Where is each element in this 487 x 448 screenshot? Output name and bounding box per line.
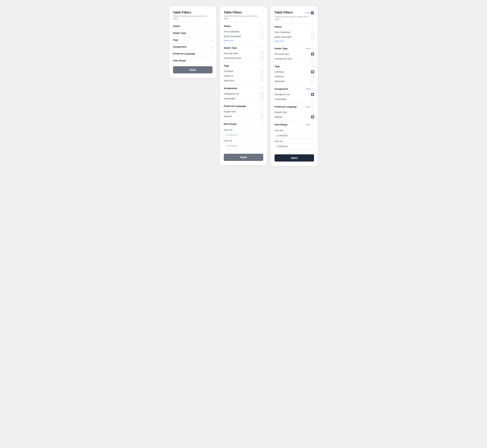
section-dealer-type-label: Dealer Type [274,47,288,50]
checkbox-call-back[interactable] [260,70,263,73]
checkbox-english-only[interactable] [260,110,263,113]
preferred-language-clear-link[interactable]: Clear [306,105,311,108]
checkbox-quote-generated[interactable] [311,36,314,38]
section-dealer-type-collapsed: Dealer Type ⌄ [173,29,213,36]
checkbox-english-only[interactable] [311,111,314,114]
chevron-up-icon: ⌃ [261,64,263,67]
list-item: Personal Lines [274,52,314,56]
date-end-label: Date end [224,139,263,142]
section-date-range-label: Date Range [173,59,186,62]
list-item: Commerical Lines [274,56,314,61]
apply-button[interactable]: Apply [173,66,213,73]
checkbox-commercial-lines[interactable] [260,57,263,59]
section-dealer-type-label: Dealer Type [173,32,186,34]
section-date-range-body: Date start Date end [274,129,314,152]
checkbox-spanish[interactable] [260,115,263,118]
date-start-input[interactable] [224,132,263,138]
chevron-up-icon: ⌃ [312,65,314,68]
checkbox-form-submitted[interactable] [311,31,314,34]
section-dealer-type-header[interactable]: Dealer Type Clear ⌃ [274,45,314,52]
section-date-range-header[interactable]: Date Range ⌄ [173,57,213,64]
chevron-up-icon: ⌃ [312,88,314,90]
filter-count-badge: 7 [311,11,314,15]
section-status-header[interactable]: Status ⌄ [173,23,213,29]
list-item: English Only [274,110,314,115]
checkbox-quote-generated[interactable] [260,35,263,38]
section-tags-header[interactable]: Tags ⌄ [173,36,213,43]
view-more-link[interactable]: View more [224,39,263,42]
view-more-link[interactable]: View more [274,40,314,42]
checkbox-unassigned[interactable] [311,98,314,101]
section-status-header[interactable]: Status ⌃ [224,23,263,29]
checkbox-assigned-to-me[interactable] [311,93,314,96]
section-assignment-label: Assignment [224,87,237,89]
section-dealer-type-header[interactable]: Dealer Type ⌄ [173,29,213,36]
panel-3: Table Filters Clear 7 Select the filters… [271,6,318,166]
panel-2: Table Filters Select the filters that yo… [220,6,267,165]
dealer-type-clear-link[interactable]: Clear [306,47,311,50]
list-item: Call Back [224,69,263,73]
section-assignment-header[interactable]: Assignment ⌃ [224,85,263,91]
section-assignment-collapsed: Assignment ⌄ [173,43,213,50]
section-preferred-language-header[interactable]: Preferred Language Clear ⌃ [274,103,314,110]
checkbox-personal-lines[interactable] [260,52,263,55]
checkbox-call-back[interactable] [311,71,314,73]
panel-3-title: Table Filters [274,11,293,14]
section-preferred-language-header[interactable]: Preferred Language ⌃ [224,103,263,109]
section-status-label: Status [224,25,231,27]
checkbox-commercial-lines[interactable] [311,57,314,60]
panel-3-header: Table Filters Clear 7 Select the filters… [274,11,314,20]
section-tags-collapsed: Tags ⌄ [173,36,213,43]
checkbox-follow-up[interactable] [260,74,263,77]
checkbox-need-docs[interactable] [260,79,263,82]
section-tags-header[interactable]: Tags ⌃ [274,63,314,70]
list-item: Need docs [274,79,314,84]
section-assignment-body: Assinged to me Unassinged [274,92,314,103]
section-preferred-language-header[interactable]: Preferred Language ⌄ [173,50,213,57]
section-assignment-header[interactable]: Assignment Clear ⌃ [274,85,314,92]
section-status-header[interactable]: Status ⌃ [274,23,314,30]
list-item: English Only [224,109,263,114]
checkbox-need-docs[interactable] [311,80,314,83]
section-date-range-label: Date Range [274,123,288,126]
section-tags-label: Tags [173,39,178,41]
date-end-input[interactable] [224,143,263,149]
panel-1-title: Table Filters [173,11,213,14]
section-status-body: Form Submitted Quote Generated View more [224,29,263,44]
apply-button[interactable]: Apply [224,154,263,161]
checkbox-form-submitted[interactable] [260,30,263,33]
section-tags-header[interactable]: Tags ⌃ [224,62,263,69]
section-dealer-type: Dealer Type Clear ⌃ Personal Lines Comme… [274,45,314,63]
section-tags-body: Call Back Follow up Need docs [224,69,263,85]
checkbox-assigned-to-me[interactable] [260,92,263,95]
section-date-range: Date Range Clear ⌃ Date start Date end [274,121,314,152]
checkbox-personal-lines[interactable] [311,53,314,56]
chevron-up-icon: ⌃ [261,47,263,49]
checkbox-unassigned[interactable] [260,97,263,100]
chevron-up-icon: ⌃ [312,47,314,50]
list-item: Form Submitted [274,30,314,35]
chevron-down-icon: ⌄ [211,59,213,62]
section-dealer-type-header[interactable]: Dealer Type ⌃ [224,44,263,51]
list-item: Spanish [224,114,263,119]
date-start-input[interactable] [274,133,314,138]
date-range-clear-link[interactable]: Clear [306,123,311,126]
global-clear-link[interactable]: Clear [305,12,310,14]
section-preferred-language-body: English Only Spanish [274,110,314,121]
apply-button[interactable]: Apply [274,154,314,161]
section-assignment-header[interactable]: Assignment ⌄ [173,43,213,50]
date-end-input[interactable] [274,143,314,149]
section-preferred-language: Preferred Language ⌃ English Only Spanis… [224,102,263,120]
panel-1-header: Table Filters Select the filters that yo… [173,11,213,20]
section-assignment: Assignment ⌃ Assinged to me Unassinged [224,85,263,102]
date-end-label: Date end [274,140,314,143]
checkbox-spanish[interactable] [311,116,314,118]
section-preferred-language-label: Preferred Language [274,105,297,108]
section-date-range-header[interactable]: Date Range Clear ⌃ [274,121,314,128]
section-date-range-header[interactable]: Date Range ⌃ [224,120,263,127]
chevron-up-icon: ⌃ [261,25,263,27]
checkbox-follow-up[interactable] [311,75,314,78]
section-dealer-type-body: Personal Lines Commerical Lines [274,52,314,63]
panel-2-title: Table Filters [224,11,263,14]
assignment-clear-link[interactable]: Clear [306,88,311,90]
